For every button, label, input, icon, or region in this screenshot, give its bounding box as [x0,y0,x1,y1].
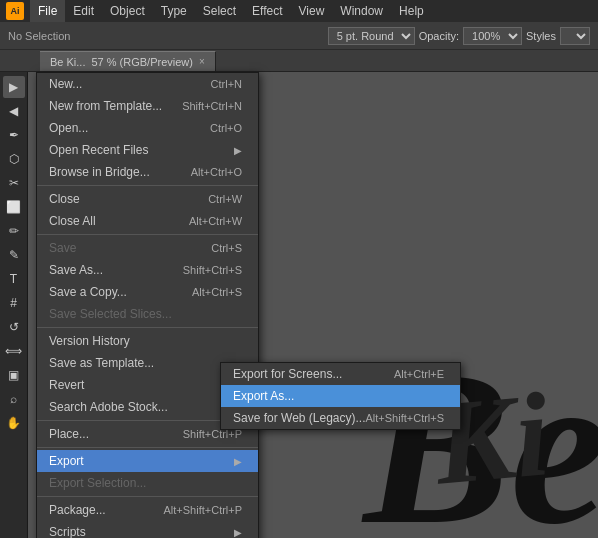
tab-color-mode: 57 % (RGB/Preview) [91,56,192,68]
menu-version-history[interactable]: Version History [37,330,258,352]
toolbar-right: 5 pt. Round Opacity: 100% Styles [328,27,590,45]
tool-rectangle[interactable]: ⬜ [3,196,25,218]
export-screens-item[interactable]: Export for Screens... Alt+Ctrl+E [221,363,460,385]
tool-type[interactable]: T [3,268,25,290]
menu-item-select[interactable]: Select [195,0,244,22]
menu-bridge[interactable]: Browse in Bridge...Alt+Ctrl+O [37,161,258,183]
tool-select[interactable]: ▶ [3,76,25,98]
styles-select[interactable] [560,27,590,45]
menu-item-view[interactable]: View [291,0,333,22]
app-logo: Ai [4,0,26,22]
tab-name: Be Ki... [50,56,85,68]
menu-item-help[interactable]: Help [391,0,432,22]
menu-item-effect[interactable]: Effect [244,0,290,22]
menu-close[interactable]: CloseCtrl+W [37,188,258,210]
save-web-shortcut: Alt+Shift+Ctrl+S [366,412,445,424]
tool-fill[interactable]: ▣ [3,364,25,386]
menu-bar: Ai File Edit Object Type Select Effect V… [0,0,598,22]
export-as-item[interactable]: Export As... [221,385,460,407]
document-tab[interactable]: Be Ki... 57 % (RGB/Preview) × [40,51,216,71]
menu-item-file[interactable]: File [30,0,65,22]
tab-bar: Be Ki... 57 % (RGB/Preview) × [0,50,598,72]
tool-direct-select[interactable]: ◀ [3,100,25,122]
ai-logo-icon: Ai [6,2,24,20]
menu-new[interactable]: New...Ctrl+N [37,73,258,95]
export-screens-label: Export for Screens... [233,367,342,381]
menu-item-type[interactable]: Type [153,0,195,22]
selection-label: No Selection [8,30,70,42]
styles-label: Styles [526,30,556,42]
main-area: ▶ ◀ ✒ ⬡ ✂ ⬜ ✏ ✎ T # ↺ ⟺ ▣ ⌕ ✋ Be Ki New.… [0,72,598,538]
tool-pencil[interactable]: ✎ [3,244,25,266]
divider-6 [37,496,258,497]
menu-save-copy[interactable]: Save a Copy...Alt+Ctrl+S [37,281,258,303]
menu-save: SaveCtrl+S [37,237,258,259]
export-submenu: Export for Screens... Alt+Ctrl+E Export … [220,362,461,430]
tool-brush[interactable]: ✏ [3,220,25,242]
menu-open-recent[interactable]: Open Recent Files▶ [37,139,258,161]
export-screens-shortcut: Alt+Ctrl+E [394,368,444,380]
opacity-label: Opacity: [419,30,459,42]
tool-reflect[interactable]: ⟺ [3,340,25,362]
menu-open[interactable]: Open...Ctrl+O [37,117,258,139]
menu-scripts[interactable]: Scripts▶ [37,521,258,538]
menu-export[interactable]: Export▶ [37,450,258,472]
tab-close-button[interactable]: × [199,56,205,67]
menu-item-window[interactable]: Window [332,0,391,22]
tool-shape[interactable]: ⬡ [3,148,25,170]
divider-3 [37,327,258,328]
save-web-label: Save for Web (Legacy)... [233,411,366,425]
tool-grid[interactable]: # [3,292,25,314]
save-web-item[interactable]: Save for Web (Legacy)... Alt+Shift+Ctrl+… [221,407,460,429]
opacity-select[interactable]: 100% [463,27,522,45]
menu-item-object[interactable]: Object [102,0,153,22]
menu-item-edit[interactable]: Edit [65,0,102,22]
tool-hand[interactable]: ✋ [3,412,25,434]
menu-close-all[interactable]: Close AllAlt+Ctrl+W [37,210,258,232]
menu-save-as[interactable]: Save As...Shift+Ctrl+S [37,259,258,281]
tool-zoom[interactable]: ⌕ [3,388,25,410]
divider-1 [37,185,258,186]
divider-2 [37,234,258,235]
menu-export-selection: Export Selection... [37,472,258,494]
tool-scissors[interactable]: ✂ [3,172,25,194]
file-menu: New...Ctrl+N New from Template...Shift+C… [36,72,259,538]
menu-new-template[interactable]: New from Template...Shift+Ctrl+N [37,95,258,117]
options-toolbar: No Selection 5 pt. Round Opacity: 100% S… [0,22,598,50]
tool-rotate[interactable]: ↺ [3,316,25,338]
menu-save-slices: Save Selected Slices... [37,303,258,325]
export-as-label: Export As... [233,389,294,403]
brush-size-select[interactable]: 5 pt. Round [328,27,415,45]
divider-5 [37,447,258,448]
tool-pen[interactable]: ✒ [3,124,25,146]
menu-package[interactable]: Package...Alt+Shift+Ctrl+P [37,499,258,521]
toolbox: ▶ ◀ ✒ ⬡ ✂ ⬜ ✏ ✎ T # ↺ ⟺ ▣ ⌕ ✋ [0,72,28,538]
